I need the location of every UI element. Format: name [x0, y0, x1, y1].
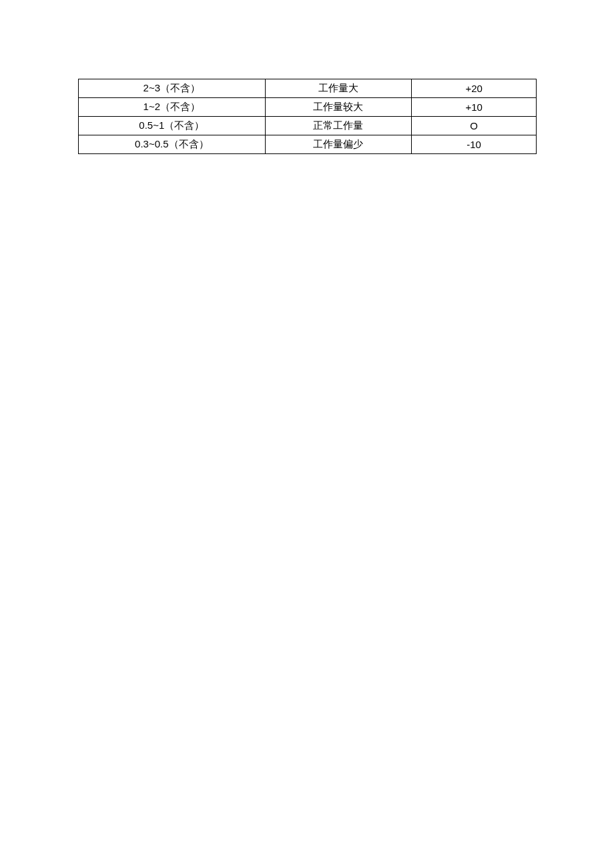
score-cell: +20 [412, 79, 537, 98]
desc-cell: 工作量偏少 [265, 135, 412, 154]
table-row: 1~2（不含） 工作量较大 +10 [79, 98, 537, 117]
table-row: 0.5~1（不含） 正常工作量 O [79, 117, 537, 135]
range-cell: 1~2（不含） [79, 98, 266, 117]
score-cell: -10 [412, 135, 537, 154]
range-cell: 0.5~1（不含） [79, 117, 266, 135]
desc-cell: 工作量大 [265, 79, 412, 98]
score-cell: +10 [412, 98, 537, 117]
range-cell: 0.3~0.5（不含） [79, 135, 266, 154]
workload-table-container: 2~3（不含） 工作量大 +20 1~2（不含） 工作量较大 +10 0.5~1… [78, 79, 537, 154]
workload-table: 2~3（不含） 工作量大 +20 1~2（不含） 工作量较大 +10 0.5~1… [78, 79, 537, 154]
score-cell: O [412, 117, 537, 135]
table-row: 2~3（不含） 工作量大 +20 [79, 79, 537, 98]
desc-cell: 正常工作量 [265, 117, 412, 135]
range-cell: 2~3（不含） [79, 79, 266, 98]
table-row: 0.3~0.5（不含） 工作量偏少 -10 [79, 135, 537, 154]
desc-cell: 工作量较大 [265, 98, 412, 117]
